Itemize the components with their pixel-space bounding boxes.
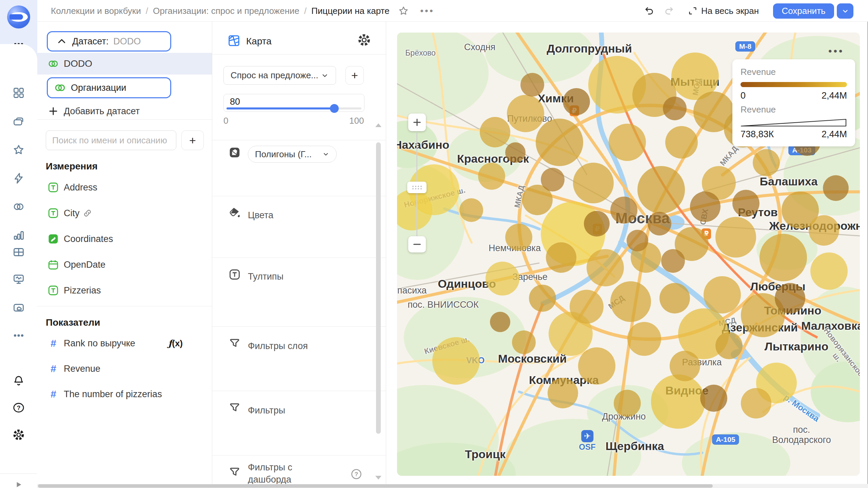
scrollbar-down-arrow[interactable] <box>375 476 381 480</box>
revenue-bubble[interactable] <box>775 283 805 313</box>
charts-icon[interactable] <box>0 226 37 245</box>
add-dataset-button[interactable]: Добавить датасет <box>37 101 212 121</box>
revenue-bubble[interactable] <box>512 330 536 354</box>
map-menu-icon[interactable]: ••• <box>828 45 844 57</box>
revenue-bubble[interactable] <box>659 283 690 313</box>
dimension-item-pizzerias[interactable]: Pizzerias <box>37 280 212 301</box>
measure-item-revenue[interactable]: #Revenue <box>37 359 212 379</box>
undo-icon[interactable] <box>640 0 658 22</box>
help-icon[interactable]: ? <box>0 398 37 417</box>
dataset-item-dodo[interactable]: DODO <box>37 53 212 75</box>
scrollbar-up-arrow[interactable] <box>375 123 381 127</box>
zoom-in-button[interactable] <box>408 114 426 131</box>
expand-rail-button[interactable] <box>0 475 37 488</box>
dimension-item-city[interactable]: City <box>37 203 212 223</box>
colors-section[interactable]: Цвета <box>248 210 273 221</box>
revenue-bubble[interactable] <box>573 163 614 203</box>
revenue-bubble[interactable] <box>548 378 578 408</box>
revenue-bubble[interactable] <box>809 215 839 246</box>
revenue-bubble[interactable] <box>478 163 505 190</box>
revenue-bubble[interactable] <box>432 337 480 385</box>
map-canvas[interactable]: БрёховоСходняДолгопрудныйМытищиХимкиПути… <box>397 33 860 476</box>
revenue-bubble[interactable] <box>823 175 849 201</box>
revenue-bubble[interactable] <box>753 149 780 176</box>
revenue-bubble[interactable] <box>670 351 700 381</box>
revenue-bubble[interactable] <box>637 166 685 214</box>
revenue-bubble[interactable] <box>648 212 671 236</box>
measure-item-the-number-of-pizzerias[interactable]: #The number of pizzerias <box>37 384 212 404</box>
revenue-bubble[interactable] <box>505 142 526 163</box>
layer-selector[interactable]: Спрос на предложе... <box>223 66 336 85</box>
more-menu-icon[interactable]: ••• <box>417 0 437 22</box>
revenue-bubble[interactable] <box>563 88 590 115</box>
tooltips-section[interactable]: Тултипы <box>248 271 283 282</box>
dashboard-filters-section[interactable]: Фильтры с дашборда <box>248 461 292 486</box>
revenue-bubble[interactable] <box>663 97 687 120</box>
breadcrumb-workbook[interactable]: Организации: спрос и предложение <box>153 6 299 16</box>
save-dropdown-button[interactable] <box>837 3 853 19</box>
chart-settings-gear-icon[interactable] <box>357 33 371 47</box>
revenue-bubble[interactable] <box>627 230 648 251</box>
revenue-bubble[interactable] <box>810 252 848 290</box>
dashboards-icon[interactable] <box>0 83 37 102</box>
revenue-bubble[interactable] <box>651 374 705 429</box>
zoom-out-button[interactable] <box>408 236 426 252</box>
revenue-bubble[interactable] <box>614 390 641 417</box>
add-field-button[interactable]: + <box>181 130 204 150</box>
revenue-bubble[interactable] <box>505 224 532 251</box>
revenue-bubble[interactable] <box>690 191 721 222</box>
revenue-bubble[interactable] <box>480 117 510 147</box>
notifications-bell-icon[interactable] <box>0 371 37 390</box>
search-input[interactable] <box>46 130 176 150</box>
monitoring-icon[interactable] <box>0 270 37 289</box>
more-services-icon[interactable] <box>0 326 37 345</box>
revenue-bubble[interactable] <box>536 119 583 166</box>
redo-icon[interactable] <box>660 0 678 22</box>
opacity-slider-thumb[interactable] <box>330 104 339 113</box>
revenue-bubble[interactable] <box>584 211 610 237</box>
collections-icon[interactable] <box>0 112 37 131</box>
revenue-bubble[interactable] <box>704 276 741 313</box>
breadcrumb-collections[interactable]: Коллекции и воркбуки <box>51 6 141 16</box>
revenue-bubble[interactable] <box>700 385 727 412</box>
zoom-slider-handle[interactable] <box>407 182 427 193</box>
save-button[interactable]: Сохранить <box>773 3 834 19</box>
filters-section[interactable]: Фильтры <box>248 405 285 416</box>
dataset-selector[interactable]: Датасет: DODO <box>47 31 171 52</box>
fullscreen-label[interactable]: На весь экран <box>701 0 766 22</box>
revenue-bubble[interactable] <box>609 124 646 161</box>
revenue-bubble[interactable] <box>610 281 651 322</box>
revenue-bubble[interactable] <box>610 197 637 224</box>
dashboard-filters-help-icon[interactable]: ? <box>351 468 362 480</box>
layer-filters-section[interactable]: Фильтры слоя <box>248 341 308 351</box>
revenue-bubble[interactable] <box>661 249 685 273</box>
datalens-logo[interactable] <box>7 5 30 28</box>
revenue-bubble[interactable] <box>520 73 544 97</box>
dimension-item-opendate[interactable]: OpenDate <box>37 255 212 275</box>
revenue-bubble[interactable] <box>715 332 743 359</box>
add-layer-button[interactable]: + <box>346 66 364 85</box>
opacity-slider[interactable] <box>226 107 361 109</box>
revenue-bubble[interactable] <box>507 95 544 132</box>
revenue-bubble[interactable] <box>486 262 519 296</box>
revenue-bubble[interactable] <box>578 347 615 385</box>
revenue-bubble[interactable] <box>541 168 565 191</box>
dataset-item-organizations[interactable]: Организации <box>47 77 171 98</box>
revenue-bubble[interactable] <box>529 285 556 312</box>
revenue-bubble[interactable] <box>546 242 576 273</box>
revenue-bubble[interactable] <box>570 290 604 324</box>
revenue-bubble[interactable] <box>732 190 760 217</box>
scrollbar-thumb[interactable] <box>376 142 381 434</box>
revenue-bubble[interactable] <box>627 322 661 356</box>
revenue-bubble[interactable] <box>715 217 756 258</box>
settings-gear-icon[interactable] <box>0 425 37 444</box>
dimension-item-address[interactable]: Address <box>37 177 212 198</box>
dimension-item-coordinates[interactable]: Coordinates <box>37 229 212 249</box>
favorites-icon[interactable] <box>0 140 37 159</box>
measure-item-rank-по-выручке[interactable]: #Rank по выручкеƒ(x) <box>37 333 212 353</box>
datasets-icon[interactable] <box>0 197 37 216</box>
revenue-bubble[interactable] <box>741 388 771 419</box>
revenue-bubble[interactable] <box>490 312 510 332</box>
revenue-bubble[interactable] <box>760 234 807 281</box>
horizontal-scrollbar-thumb[interactable] <box>38 484 713 488</box>
